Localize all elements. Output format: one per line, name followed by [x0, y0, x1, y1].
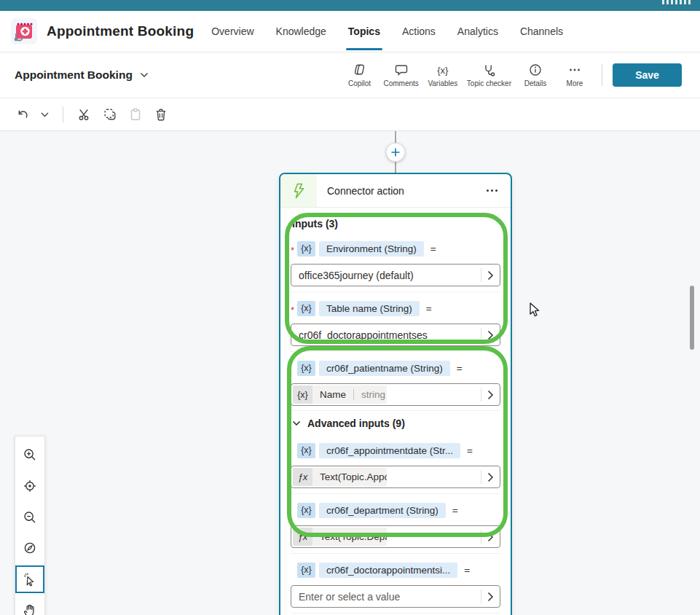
- chevron-down-icon: [140, 72, 149, 78]
- param-name-pill: cr06f_appointmentdate (Str...: [319, 443, 460, 458]
- mouse-cursor: [530, 302, 541, 318]
- connector-action-node[interactable]: Connector action Inputs (3) * {x} Enviro…: [279, 173, 512, 615]
- details-button[interactable]: Details: [516, 60, 555, 90]
- variable-type-badge: {x}: [297, 301, 315, 316]
- environment-input[interactable]: office365journey (default): [291, 264, 500, 286]
- chevron-right-icon: [487, 472, 494, 482]
- node-more-button[interactable]: [484, 187, 500, 195]
- table-name-input[interactable]: cr06f_doctorappointmentses: [291, 324, 500, 346]
- more-button[interactable]: More: [555, 60, 594, 90]
- equals-sign: =: [457, 363, 463, 374]
- formula-chip[interactable]: ƒx Text(Topic.Department): [293, 528, 387, 546]
- undo-menu-button[interactable]: [41, 112, 49, 117]
- node-body: Inputs (3) * {x} Environment (String) = …: [280, 208, 511, 615]
- variable-type-badge: {x}: [297, 563, 315, 578]
- topic-checker-icon: [481, 63, 496, 77]
- param-name-pill: cr06f_doctorappointmentsi...: [319, 563, 457, 578]
- nav-overview[interactable]: Overview: [211, 11, 253, 52]
- topic-checker-button[interactable]: Topic checker: [463, 60, 516, 90]
- equals-sign: =: [426, 303, 432, 314]
- param-row: {x} cr06f_department (String) =: [291, 499, 500, 521]
- field-table-name: * {x} Table name (String) = cr06f_doctor…: [291, 291, 500, 346]
- paste-icon: [128, 107, 143, 122]
- topic-name: Appointment Booking: [15, 68, 133, 82]
- zoom-out-button[interactable]: [16, 503, 44, 531]
- nav-knowledge[interactable]: Knowledge: [276, 11, 326, 52]
- param-row: * {x} Table name (String) =: [291, 297, 500, 319]
- field-doctorappointmentsid: {x} cr06f_doctorappointmentsi... = Enter…: [291, 553, 500, 608]
- advanced-inputs-toggle[interactable]: Advanced inputs (9): [291, 410, 500, 434]
- open-value-picker[interactable]: [481, 324, 500, 345]
- topic-toolbar: Appointment Booking Copilot Comments: [0, 52, 700, 98]
- node-header[interactable]: Connector action: [280, 174, 511, 208]
- lightning-icon: [291, 183, 306, 199]
- copilot-button[interactable]: Copilot: [340, 60, 380, 90]
- inputs-section-header: Inputs (3): [291, 214, 500, 232]
- formula-icon: ƒx: [293, 528, 312, 546]
- variable-chip[interactable]: {x} Name string: [293, 385, 387, 404]
- cut-icon: [77, 107, 92, 122]
- paste-button[interactable]: [128, 107, 143, 122]
- param-name-pill: cr06f_department (String): [319, 503, 446, 518]
- chevron-right-icon: [487, 390, 494, 400]
- equals-sign: =: [464, 565, 470, 576]
- field-department: {x} cr06f_department (String) = ƒx Text(…: [291, 493, 500, 548]
- compass-icon: [23, 541, 37, 555]
- more-icon: [567, 63, 582, 77]
- appointmentdate-input[interactable]: ƒx Text(Topic.AppointmentDate): [291, 466, 500, 488]
- nav-actions[interactable]: Actions: [402, 11, 436, 52]
- formula-icon: ƒx: [293, 468, 312, 486]
- details-icon: [528, 63, 543, 77]
- appointment-booking-logo-icon: [10, 17, 38, 45]
- app-header: Appointment Booking Overview Knowledge T…: [0, 11, 700, 52]
- topic-name-dropdown[interactable]: Appointment Booking: [15, 68, 149, 82]
- zoom-in-button[interactable]: [16, 441, 44, 469]
- reset-view-button[interactable]: [16, 472, 44, 501]
- comments-icon: [394, 63, 409, 77]
- copilot-studio-app: Appointment Booking Overview Knowledge T…: [0, 0, 700, 615]
- department-input[interactable]: ƒx Text(Topic.Department): [291, 525, 500, 548]
- save-button[interactable]: Save: [613, 63, 682, 87]
- chevron-right-icon: [487, 330, 494, 340]
- open-value-picker[interactable]: [481, 384, 500, 405]
- open-value-picker[interactable]: [481, 265, 500, 286]
- canvas-tools: [15, 436, 45, 615]
- cut-button[interactable]: [77, 107, 92, 122]
- variable-type-badge: {x}: [297, 503, 315, 518]
- add-node-button[interactable]: [386, 143, 405, 162]
- scrollbar-thumb[interactable]: [690, 286, 694, 350]
- formula-chip[interactable]: ƒx Text(Topic.AppointmentDate): [293, 468, 387, 486]
- nav-channels[interactable]: Channels: [520, 11, 563, 52]
- undo-button[interactable]: [16, 108, 30, 122]
- nav-analytics[interactable]: Analytics: [457, 11, 498, 52]
- open-value-picker[interactable]: [481, 526, 500, 547]
- environment-banner: [0, 0, 700, 11]
- required-asterisk: *: [291, 305, 297, 316]
- nav-topics[interactable]: Topics: [348, 11, 380, 52]
- delete-button[interactable]: [154, 107, 168, 122]
- formula-text: Text(Topic.Department): [320, 531, 387, 542]
- open-value-picker[interactable]: [481, 466, 500, 487]
- formula-text: Text(Topic.AppointmentDate): [320, 471, 387, 482]
- doctorappointmentsid-input[interactable]: Enter or select a value: [291, 585, 500, 608]
- topic-tools: Copilot Comments Variables Topic checker: [340, 60, 595, 90]
- equals-sign: =: [430, 243, 436, 254]
- minimap-button[interactable]: [16, 534, 44, 563]
- authoring-canvas[interactable]: Connector action Inputs (3) * {x} Enviro…: [0, 131, 700, 615]
- open-value-picker[interactable]: [481, 586, 500, 607]
- param-row: {x} cr06f_doctorappointmentsi... =: [291, 559, 500, 581]
- zoom-in-icon: [23, 447, 37, 462]
- comments-button[interactable]: Comments: [380, 60, 423, 90]
- select-tool-button[interactable]: [15, 565, 44, 594]
- toolbar-divider: [63, 106, 63, 122]
- variables-button[interactable]: Variables: [423, 60, 463, 90]
- undo-icon: [16, 108, 30, 122]
- pan-tool-button[interactable]: [16, 596, 44, 615]
- chevron-down-icon: [41, 112, 49, 117]
- node-icon-strip: [280, 174, 317, 207]
- copy-button[interactable]: [103, 107, 117, 122]
- patientname-input[interactable]: {x} Name string: [291, 383, 500, 406]
- equals-sign: =: [467, 445, 473, 456]
- cursor-sparkle-icon: [23, 572, 37, 587]
- param-row: * {x} Environment (String) =: [291, 238, 500, 259]
